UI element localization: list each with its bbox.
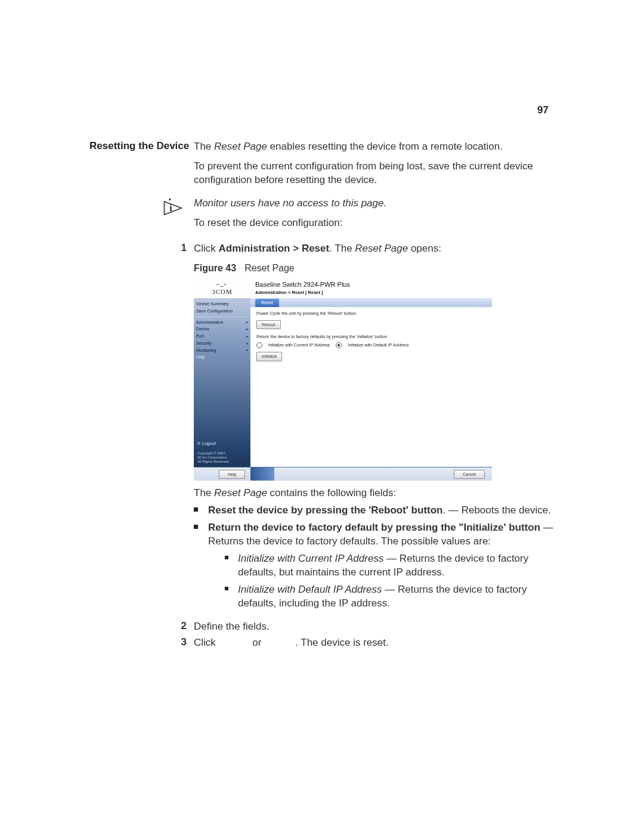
label: Help [196, 354, 205, 360]
intro-paragraphs: The Reset Page enables resetting the dev… [194, 140, 555, 193]
radio-current-ip[interactable] [256, 342, 262, 348]
figure-title: Reset Page [244, 263, 295, 273]
figure-label: Figure 43 [194, 263, 236, 273]
logout-link[interactable]: ⎋ Logout [194, 441, 250, 450]
screenshot-sidebar: ⌐⎯⌐ 3COM Device Summary Save Configurati… [194, 278, 250, 467]
text: opens: [408, 243, 441, 254]
copyright-line: Copyright © 2007 [197, 451, 248, 456]
chevron-right-icon: ▸ [246, 327, 248, 332]
step-body: Click Administration > Reset. The Reset … [194, 242, 555, 618]
option-name: Initialize with Current IP Address [238, 553, 383, 564]
copyright-line: 3Com Corporation. [197, 456, 248, 460]
sidebar-item-security[interactable]: Security▸ [196, 340, 248, 347]
tab-bar: Reset [250, 298, 492, 307]
step-2: 2 Define the fields. [89, 620, 555, 634]
device-title: Baseline Switch 2924-PWR Plus [255, 280, 487, 289]
text: The [194, 141, 214, 152]
svg-text:i: i [169, 202, 172, 213]
info-icon-col: i [89, 197, 194, 218]
to-reset-line: To reset the device configuration: [194, 216, 555, 230]
power-cycle-text: Power Cycle the unit by pressing the 'Re… [256, 311, 486, 317]
text: or [250, 637, 265, 648]
monitor-note: Monitor users have no access to this pag… [194, 197, 555, 210]
figure-caption: Figure 43Reset Page [194, 262, 555, 275]
label: Monitoring [196, 348, 216, 354]
tab-reset[interactable]: Reset [255, 299, 279, 307]
label: Save Configuration [196, 308, 233, 314]
square-bullet-icon [225, 583, 238, 590]
help-button[interactable]: Help [219, 470, 245, 479]
list-item: Initialize with Default IP Address — Ret… [225, 583, 555, 611]
logout-icon: ⎋ [197, 441, 200, 447]
screenshot-footer: Help Cancel [194, 467, 492, 481]
document-page: 97 Resetting the Device The Reset Page e… [0, 0, 644, 833]
text: Click [194, 637, 219, 648]
reboot-button[interactable]: Reboot [256, 320, 281, 329]
initialize-radio-group: Initialize with Current IP Address Initi… [256, 342, 486, 348]
reset-page-term: Reset Page [214, 141, 267, 152]
sidebar-item-port[interactable]: Port▸ [196, 333, 248, 340]
radio-default-ip[interactable] [336, 342, 342, 348]
sidebar-item-device[interactable]: Device▸ [196, 326, 248, 333]
field-description-list: Reset the device by pressing the 'Reboot… [194, 504, 555, 614]
step-1-text: Click Administration > Reset. The Reset … [194, 242, 555, 256]
field-name: Return the device to factory default by … [208, 522, 540, 533]
field-name: Reset the device by pressing the 'Reboot… [208, 504, 442, 516]
section-heading: Resetting the Device [89, 140, 194, 152]
intro-line-1: The Reset Page enables resetting the dev… [194, 140, 555, 154]
menu-path: Administration > Reset [219, 243, 330, 254]
sidebar-item-help[interactable]: Help [196, 354, 248, 361]
label: Device Summary [196, 301, 229, 307]
sidebar-separator [196, 317, 248, 317]
sidebar-item-device-summary[interactable]: Device Summary [196, 301, 248, 308]
square-bullet-icon [194, 521, 208, 529]
radio-current-ip-label: Initialize with Current IP Address [268, 342, 330, 348]
sidebar-copyright: Copyright © 2007 3Com Corporation. All R… [194, 450, 250, 467]
list-item: Initialize with Current IP Address — Ret… [225, 552, 555, 580]
chevron-right-icon: ▸ [246, 334, 248, 339]
breadcrumb: Administration > Reset [ Reset ] [255, 290, 487, 296]
page-number: 97 [537, 104, 549, 116]
step-body: Click or . The device is reset. [194, 636, 555, 650]
info-note-body: Monitor users have no access to this pag… [194, 197, 555, 236]
sub-list: Initialize with Current IP Address — Ret… [208, 552, 555, 611]
section-heading-row: Resetting the Device The Reset Page enab… [89, 140, 555, 193]
text: . The [329, 243, 355, 254]
step-number: 1 [89, 242, 194, 254]
label: Device [196, 326, 209, 332]
sidebar-item-save-configuration[interactable]: Save Configuration [196, 308, 248, 315]
step-number: 2 [89, 620, 194, 632]
text: enables resetting the device from a remo… [267, 141, 503, 152]
prevent-loss-paragraph: To prevent the current configuration fro… [194, 160, 555, 187]
reset-page-term: Reset Page [214, 487, 267, 498]
field-desc: . — Reboots the device. [442, 504, 550, 516]
label: Security [196, 340, 212, 346]
step-number: 3 [89, 636, 194, 648]
screenshot-body: Power Cycle the unit by pressing the 'Re… [250, 307, 492, 467]
list-item-body: Initialize with Current IP Address — Ret… [238, 552, 555, 580]
logo-glyph: ⌐⎯⌐ [216, 280, 228, 287]
screenshot-header: Baseline Switch 2924-PWR Plus Administra… [250, 278, 492, 297]
label: Port [196, 333, 204, 339]
info-icon: i [163, 198, 183, 218]
list-item-body: Initialize with Default IP Address — Ret… [238, 583, 555, 611]
square-bullet-icon [225, 552, 238, 559]
screenshot-main: Baseline Switch 2924-PWR Plus Administra… [250, 278, 492, 467]
initialize-button[interactable]: Initialize [256, 352, 282, 361]
page-content: Resetting the Device The Reset Page enab… [89, 140, 555, 652]
list-item-body: Reset the device by pressing the 'Reboot… [208, 504, 555, 518]
step-body: Define the fields. [194, 620, 555, 634]
svg-point-0 [169, 199, 171, 200]
step-3: 3 Click or . The device is reset. [89, 636, 555, 650]
sidebar-item-monitoring[interactable]: Monitoring▸ [196, 347, 248, 354]
list-item: Reset the device by pressing the 'Reboot… [194, 504, 555, 518]
sidebar-item-administration[interactable]: Administration▸ [196, 319, 248, 326]
list-item: Return the device to factory default by … [194, 521, 555, 614]
text: The [194, 487, 214, 498]
text: Click [194, 243, 219, 254]
cancel-button[interactable]: Cancel [454, 470, 485, 479]
factory-default-text: Return the device to factory defaults by… [256, 334, 486, 340]
chevron-right-icon: ▸ [246, 320, 248, 324]
reset-page-term: Reset Page [355, 243, 408, 254]
brand-logo: ⌐⎯⌐ 3COM [194, 278, 250, 298]
